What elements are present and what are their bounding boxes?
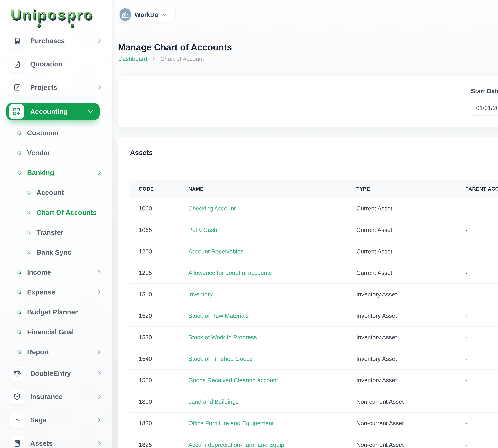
sidebar-item-financial-goal[interactable]: Financial Goal — [0, 326, 106, 338]
account-code: 1205 — [139, 269, 188, 276]
projects-icon — [13, 83, 21, 92]
sidebar-menu: PurchasesQuotationProjectsAccountingCust… — [0, 33, 112, 448]
parent-account-name: - — [465, 248, 498, 255]
insurance-icon — [13, 392, 21, 401]
account-code: 1825 — [139, 441, 188, 448]
sidebar-item-banking[interactable]: Banking — [0, 166, 106, 179]
cart-icon — [13, 36, 21, 45]
sidebar-item-insurance[interactable]: Insurance — [9, 389, 106, 404]
account-code: 1065 — [139, 226, 188, 233]
sidebar-item-account[interactable]: Account — [0, 186, 106, 199]
sidebar-item-expense[interactable]: Expense — [0, 286, 106, 298]
account-code: 1550 — [139, 377, 188, 384]
account-name-link[interactable]: Inventory — [188, 291, 356, 298]
breadcrumb-dashboard-link[interactable]: Dashboard — [118, 55, 147, 62]
account-code: 1540 — [139, 355, 188, 362]
submenu-bullet-icon — [17, 330, 21, 334]
parent-account-name: - — [465, 398, 498, 405]
assets-icon — [13, 439, 21, 448]
parent-account-name: - — [465, 355, 498, 362]
filter-card: Start Date 01/01/2024 End Date 10/29/202… — [118, 76, 498, 127]
sidebar-item-quotation[interactable]: Quotation — [9, 56, 106, 72]
quotation-icon — [13, 60, 21, 68]
chevron-right-icon — [97, 289, 102, 295]
section-title: Assets — [130, 149, 153, 157]
sidebar-item-label: Customer — [27, 129, 106, 137]
submenu-bullet-icon — [17, 350, 21, 354]
chevron-right-icon — [97, 270, 102, 275]
account-row-1510: 1510InventoryInventory Asset--Enabled — [129, 284, 498, 305]
parent-account-name: - — [465, 291, 498, 298]
brand-logo-text: Unipospro — [11, 6, 93, 22]
cart-icon-box — [9, 33, 25, 48]
sidebar-item-accounting[interactable]: Accounting — [6, 103, 100, 120]
sidebar-item-report[interactable]: Report — [0, 346, 106, 358]
project-icon-box — [9, 80, 25, 95]
shield-icon-box — [9, 389, 25, 404]
account-type: Current Asset — [356, 269, 465, 276]
breadcrumb: Dashboard Chart of Account — [118, 55, 204, 62]
account-name-link[interactable]: Goods Received Clearing account — [188, 377, 356, 384]
account-name-link[interactable]: Stock of Raw Materials — [188, 312, 356, 319]
account-type: Inventory Asset — [356, 377, 465, 384]
sidebar-item-label: Budget Planner — [27, 308, 106, 316]
account-name-link[interactable]: Office Furniture and Equipement — [188, 420, 356, 427]
parent-account-name: - — [465, 205, 498, 212]
account-row-1540: 1540Stock of Finished GoodsInventory Ass… — [129, 348, 498, 370]
sidebar: Unipospro Unipospro PurchasesQuotationPr… — [0, 0, 112, 448]
sidebar-item-bank-sync[interactable]: Bank Sync — [0, 246, 106, 258]
account-type: Non-current Asset — [356, 398, 465, 405]
parent-account-name: - — [465, 312, 498, 319]
account-type: Current Asset — [356, 205, 465, 212]
sidebar-item-customer[interactable]: Customer — [0, 127, 106, 139]
account-row-1065: 1065Petty CashCurrent Asset--Enabled — [129, 219, 498, 241]
sidebar-item-budget-planner[interactable]: Budget Planner — [0, 306, 106, 318]
account-name-link[interactable]: Land and Buildings — [188, 398, 356, 405]
workspace-avatar — [119, 8, 131, 21]
account-name-link[interactable]: Petty Cash — [188, 226, 356, 233]
account-code: 1510 — [139, 291, 188, 298]
sidebar-item-purchases[interactable]: Purchases — [9, 33, 106, 48]
submenu-bullet-icon — [17, 310, 21, 314]
start-date-input[interactable]: 01/01/2024 — [471, 100, 498, 116]
account-name-link[interactable]: Stock of Finished Goods — [188, 355, 356, 362]
account-name-link[interactable]: Allowance for doubtful accounts — [188, 269, 356, 276]
sidebar-item-projects[interactable]: Projects — [9, 80, 106, 95]
chevron-down-icon — [162, 12, 167, 17]
sidebar-item-doubleentry[interactable]: DoubleEntry — [9, 366, 106, 381]
column-header-type: TYPE — [356, 186, 465, 192]
account-name-link[interactable]: Stock of Work In Progress — [188, 334, 356, 341]
sidebar-item-transfer[interactable]: Transfer — [0, 226, 106, 239]
breadcrumb-current: Chart of Account — [160, 55, 204, 62]
sidebar-item-label: Expense — [27, 288, 97, 296]
app-root: Unipospro Unipospro PurchasesQuotationPr… — [0, 0, 498, 448]
workspace-selector-label: WorkDo — [135, 11, 158, 18]
account-row-1550: 1550Goods Received Clearing accountInven… — [129, 370, 498, 391]
account-name-link[interactable]: Checking Account — [188, 205, 356, 212]
sidebar-item-label: Chart Of Accounts — [36, 208, 106, 216]
sidebar-item-assets[interactable]: Assets — [9, 435, 106, 448]
sidebar-item-vendor[interactable]: Vendor — [0, 146, 106, 159]
account-row-1820: 1820Office Furniture and EquipementNon-c… — [129, 413, 498, 434]
page-title: Manage Chart of Accounts — [118, 42, 232, 53]
sidebar-item-sage[interactable]: SSage — [9, 412, 106, 428]
sidebar-item-label: Assets — [30, 439, 97, 447]
account-row-1060: 1060Checking AccountCurrent Asset--Enabl… — [129, 198, 498, 219]
column-header-parent-account-name: PARENT ACCOUNT NAME — [465, 186, 498, 192]
account-name-link[interactable]: Account Receivables — [188, 248, 356, 255]
parent-account-name: - — [465, 226, 498, 233]
sidebar-item-chart-of-accounts[interactable]: Chart Of Accounts — [0, 206, 106, 219]
chevron-right-icon — [97, 371, 102, 376]
account-type: Current Asset — [356, 248, 465, 255]
brand-logo[interactable]: Unipospro Unipospro — [11, 6, 104, 29]
sidebar-item-income[interactable]: Income — [0, 266, 106, 278]
submenu-bullet-icon — [17, 131, 21, 135]
sidebar-item-label: Sage — [30, 416, 97, 424]
sidebar-item-label: Purchases — [30, 37, 97, 45]
workspace-selector[interactable]: WorkDo — [118, 7, 176, 22]
account-row-1200: 1200Account ReceivablesCurrent Asset--En… — [129, 241, 498, 262]
accounting-icon — [12, 107, 21, 116]
accounts-table: CODENAMETYPEPARENT ACCOUNT NAMEBALANCEST… — [129, 180, 498, 448]
account-name-link[interactable]: Accum.depreciation-Furn. and Equip — [188, 441, 356, 448]
sidebar-item-label: Income — [27, 268, 97, 276]
